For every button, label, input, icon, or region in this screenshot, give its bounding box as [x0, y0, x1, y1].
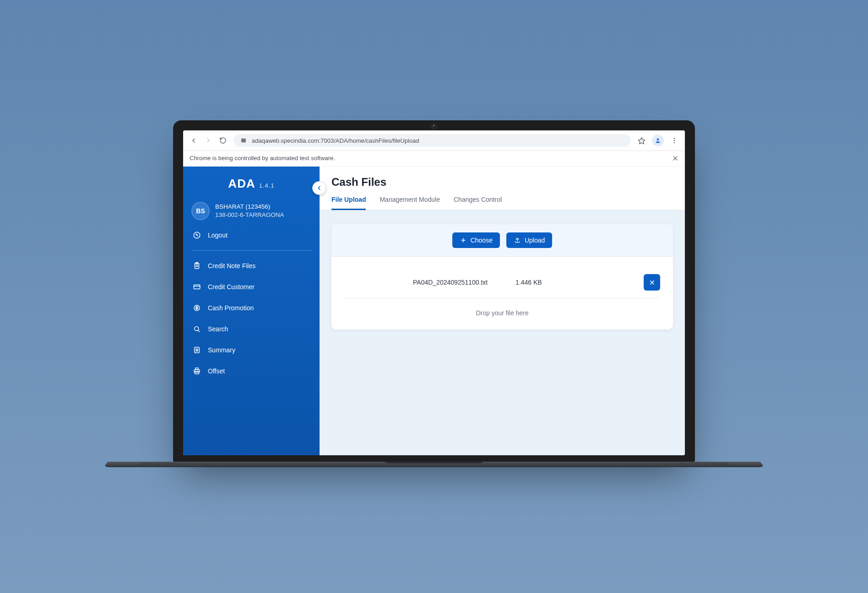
plus-icon: [460, 237, 467, 244]
sidebar-item-label: Cash Promotion: [208, 304, 254, 312]
svg-line-22: [198, 330, 200, 332]
tab-label: Management Module: [380, 196, 440, 203]
brand-name: ADA: [228, 177, 255, 191]
sidebar-item-label: Credit Customer: [208, 283, 255, 291]
automation-banner: Chrome is being controlled by automated …: [183, 151, 685, 167]
printer-icon: [192, 367, 201, 376]
svg-rect-29: [195, 368, 198, 370]
sidebar-item-summary[interactable]: Summary: [183, 340, 320, 361]
automation-banner-text: Chrome is being controlled by automated …: [190, 155, 335, 162]
file-list: PA04D_202409251100.txt 1.446 KB: [331, 257, 673, 298]
brand-version: 1.4.1: [259, 182, 275, 189]
list-icon: [192, 345, 201, 355]
sidebar-item-cash-promotion[interactable]: Cash Promotion: [183, 297, 320, 318]
sidebar-item-label: Offset: [208, 367, 225, 375]
svg-point-10: [674, 142, 675, 143]
bookmark-star-icon[interactable]: [637, 136, 646, 145]
file-row: PA04D_202409251100.txt 1.446 KB: [344, 267, 660, 298]
drop-hint[interactable]: Drop your file here: [331, 298, 673, 329]
laptop-keyboard: [138, 462, 730, 465]
clipboard-icon: [192, 261, 201, 270]
upload-icon: [514, 237, 521, 244]
user-line1: BSHARAT (123456): [215, 203, 284, 211]
forward-icon[interactable]: [204, 136, 212, 145]
laptop-lid: adaqaweb.specindia.com:7003/ADA/home/cas…: [173, 120, 695, 464]
site-settings-icon[interactable]: [240, 137, 247, 144]
file-size: 1.446 KB: [505, 279, 644, 286]
svg-point-4: [244, 140, 245, 141]
avatar: BS: [191, 202, 210, 220]
close-icon: [649, 279, 656, 286]
svg-point-3: [242, 139, 243, 140]
tab-management-module[interactable]: Management Module: [380, 196, 440, 210]
file-name: PA04D_202409251100.txt: [344, 278, 505, 287]
svg-rect-18: [194, 285, 200, 289]
tab-file-upload[interactable]: File Upload: [331, 196, 366, 210]
upload-button-label: Upload: [525, 237, 545, 244]
sidebar-item-logout[interactable]: Logout: [183, 225, 320, 246]
sidebar-item-offset[interactable]: Offset: [183, 361, 320, 382]
kebab-menu-icon[interactable]: [670, 136, 678, 145]
tab-changes-control[interactable]: Changes Control: [454, 196, 502, 210]
svg-point-5: [243, 141, 244, 142]
sidebar-item-search[interactable]: Search: [183, 318, 320, 340]
svg-point-8: [674, 138, 675, 139]
upload-toolbar: Choose Upload: [331, 224, 673, 257]
main-header: Cash Files File Upload Management Module…: [320, 167, 685, 210]
search-icon: [192, 324, 201, 334]
back-icon[interactable]: [190, 136, 198, 145]
sidebar-collapse-button[interactable]: [312, 181, 326, 195]
url-text: adaqaweb.specindia.com:7003/ADA/home/cas…: [252, 137, 419, 144]
upload-card: Choose Upload PA04D_20240925: [331, 224, 673, 329]
reload-icon[interactable]: [219, 136, 227, 145]
tab-label: File Upload: [331, 196, 366, 203]
user-lines: BSHARAT (123456) 138-002-6-TARRAGONA: [215, 203, 284, 219]
logout-icon: [192, 231, 201, 240]
sidebar-item-label: Search: [208, 325, 228, 333]
sidebar-header: ADA 1.4.1: [183, 167, 320, 192]
upload-button[interactable]: Upload: [506, 232, 552, 248]
user-block: BS BSHARAT (123456) 138-002-6-TARRAGONA: [183, 192, 320, 223]
user-line2: 138-002-6-TARRAGONA: [215, 211, 284, 219]
remove-file-button[interactable]: [644, 274, 660, 291]
main: Cash Files File Upload Management Module…: [320, 167, 685, 455]
sidebar-item-label: Credit Note Files: [208, 262, 255, 270]
svg-point-7: [657, 138, 659, 140]
svg-marker-6: [638, 137, 645, 144]
close-icon[interactable]: [672, 155, 678, 162]
camera-dot: [432, 124, 436, 128]
sidebar-divider: [191, 250, 311, 251]
screen: adaqaweb.specindia.com:7003/ADA/home/cas…: [183, 130, 685, 455]
page-title: Cash Files: [320, 167, 685, 189]
choose-button[interactable]: Choose: [452, 232, 500, 248]
profile-avatar-icon[interactable]: [652, 135, 664, 146]
sidebar-item-label: Logout: [208, 232, 228, 239]
app-root: ADA 1.4.1 BS BSHARAT (123456) 138: [183, 167, 685, 455]
laptop-base: [103, 462, 765, 467]
avatar-initials: BS: [196, 207, 205, 215]
choose-button-label: Choose: [471, 237, 493, 244]
address-bar[interactable]: adaqaweb.specindia.com:7003/ADA/home/cas…: [233, 134, 631, 147]
laptop-frame: adaqaweb.specindia.com:7003/ADA/home/cas…: [173, 120, 695, 473]
brand: ADA 1.4.1: [228, 177, 274, 191]
sidebar-item-credit-note-files[interactable]: Credit Note Files: [183, 255, 320, 276]
tabs: File Upload Management Module Changes Co…: [320, 189, 685, 210]
sidebar-item-label: Summary: [208, 346, 235, 354]
sidebar: ADA 1.4.1 BS BSHARAT (123456) 138: [183, 167, 320, 455]
browser-toolbar: adaqaweb.specindia.com:7003/ADA/home/cas…: [183, 130, 685, 151]
cash-icon: [192, 303, 201, 313]
svg-point-9: [674, 140, 675, 141]
credit-card-icon: [192, 282, 201, 291]
tab-label: Changes Control: [454, 196, 502, 203]
sidebar-item-credit-customer[interactable]: Credit Customer: [183, 276, 320, 297]
